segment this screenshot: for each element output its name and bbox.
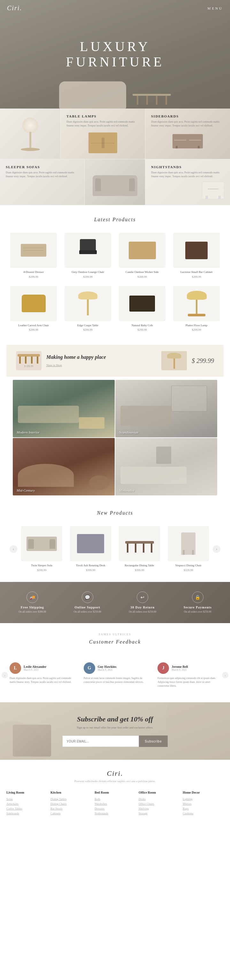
footer-col-bedroom: Bed Room Beds Wardrobes Dressers Nightst… (94, 791, 136, 816)
category-nightstands[interactable]: NIGHTSTANDS Diam dignissim diam quis arc… (145, 159, 230, 205)
footer-link[interactable]: Storage (139, 812, 179, 815)
footer-link[interactable]: Armchairs (6, 802, 47, 805)
footer-col-office: Office Room Desks Office Chairs Shelving… (139, 791, 179, 816)
product-name: Candie Outdoor Wicker Side (119, 270, 166, 274)
footer-link[interactable]: Cabinets (51, 812, 91, 815)
product-image (173, 286, 220, 321)
footer-link[interactable]: Dining Tables (51, 797, 91, 800)
subscribe-email-input[interactable] (62, 735, 139, 747)
testimonial-avatar: G (84, 662, 95, 674)
subscribe-button[interactable]: Subscribe (139, 735, 168, 747)
product-card[interactable]: Edge Coupe Table $299.99 (61, 282, 115, 336)
testimonial-avatar: J (158, 662, 169, 674)
footer-link[interactable]: Rugs (183, 807, 224, 810)
support-icon: 💬 (82, 592, 93, 603)
footer-link[interactable]: Lighting (183, 797, 224, 800)
feature-shipping-desc: On all orders over $300.00 (6, 610, 59, 614)
footer-link[interactable]: Wardrobes (94, 802, 136, 805)
navigation: Ciri. MENU (0, 0, 230, 16)
new-product-name: Tivoli Ash Rotating Desk (70, 564, 111, 568)
latest-products-grid: 4-Drawer Dresser $209.99 Grey Outdoor Lo… (0, 229, 230, 342)
footer-link[interactable]: Dressers (94, 807, 136, 810)
banner-lamp-image (161, 351, 187, 370)
footer-link[interactable]: Dining Chairs (51, 802, 91, 805)
testimonial-text: Diam dignissim diam quis arcu. Proin sag… (10, 676, 72, 684)
category-table-lamps[interactable]: TABLE LAMPS Diam dignissim diam quis arc… (61, 108, 145, 159)
category-sideboards-desc: Diam dignissim diam quis arcu. Proin sag… (151, 120, 224, 128)
product-image (173, 233, 220, 268)
banner-table-price: $ 199.99 (18, 365, 40, 368)
carousel-prev-button[interactable]: ‹ (10, 545, 17, 553)
style-minimalist[interactable]: Minimalist (115, 438, 217, 495)
footer-link[interactable]: Coffee Tables (6, 807, 47, 810)
footer-link[interactable]: Bar Stools (51, 807, 91, 810)
header: Ciri. MENU LUXURY FURNITURE (0, 0, 230, 108)
product-card[interactable]: Platter Floor Lamp $299.99 (169, 282, 224, 336)
product-card[interactable]: Grey Outdoor Lounge Chair $299.99 (61, 229, 115, 282)
category-sleeper-sofas[interactable]: SLEEPER SOFAS Diam dignissim diam quis a… (0, 159, 85, 205)
footer-link[interactable]: Nightstands (94, 812, 136, 815)
style-midcentury[interactable]: Mid-Century (13, 438, 115, 495)
new-product-card[interactable]: Twin Sleeper Sofa $299.99 (17, 522, 66, 576)
new-product-card[interactable]: Tivoli Ash Rotating Desk $399.99 (66, 522, 115, 576)
style-modern[interactable]: Modern Interior (13, 380, 115, 438)
footer-link[interactable]: Sideboards (6, 812, 47, 815)
product-card[interactable]: 4-Drawer Dresser $209.99 (6, 229, 61, 282)
categories-section: TABLE LAMPS Diam dignissim diam quis arc… (0, 108, 230, 205)
footer-link[interactable]: Office Chairs (139, 802, 179, 805)
footer-link[interactable]: Desks (139, 797, 179, 800)
product-price: $299.99 (119, 328, 166, 331)
product-card[interactable]: Candie Outdoor Wicker Side $209.99 (115, 229, 169, 282)
category-sofa-image (85, 159, 145, 205)
new-products-title: New Products (0, 499, 230, 522)
feature-shipping-title: Free Shipping (6, 606, 59, 609)
new-product-image (70, 526, 111, 561)
subscribe-title: Subscribe and get 10% off (6, 715, 224, 723)
footer-link[interactable]: Beds (94, 797, 136, 800)
testimonial-card: L Leslie Alexander March 8, 2021 Diam di… (6, 658, 76, 693)
banner-link[interactable]: Shop in Shop (46, 364, 62, 367)
new-product-card[interactable]: Rectangular Dining Table $399.99 (115, 522, 164, 576)
testimonial-card: J Jerome Bell March 8, 2021 Fermentum qu… (154, 658, 224, 693)
footer-link[interactable]: Sofas (6, 797, 47, 800)
new-products-carousel: ‹ Twin Sleeper Sofa $299.99 Tivoli Ash R… (0, 522, 230, 576)
footer-link[interactable]: Mirrors (183, 802, 224, 805)
product-price: $299.99 (64, 328, 111, 331)
product-card[interactable]: Natural Baby Crib $299.99 (115, 282, 169, 336)
feature-shipping: 🚚 Free Shipping On all orders over $300.… (6, 592, 59, 614)
testimonial-text: Pulvut ut enim lacus commodo fentus imag… (84, 676, 147, 684)
footer-tagline: Praesent sollicitudin dictum efficitur s… (6, 780, 224, 783)
category-nightstands-desc: Diam dignissim diam quis arcu. Proin sag… (151, 171, 224, 178)
product-card[interactable]: Lacrosse Small Bar Cabinet $209.99 (169, 229, 224, 282)
category-nightstands-title: NIGHTSTANDS (151, 165, 224, 169)
testimonial-meta: Jerome Bell March 8, 2021 (171, 665, 188, 671)
category-sleeper-desc: Diam dignissim diam quis arcu. Proin sag… (6, 171, 78, 178)
testimonial-text: Fermentum quis adipiscing commodo elit a… (158, 676, 220, 688)
banner-table-image: $ 199.99 (16, 351, 42, 370)
shipping-icon: 🚚 (27, 592, 38, 603)
features-bar: 🚚 Free Shipping On all orders over $300.… (0, 582, 230, 623)
new-product-card[interactable]: Vespucci Dining Chair $329.99 (164, 522, 213, 576)
product-name: Leather Carved Arm Chair (10, 324, 57, 328)
style-scandinavian[interactable]: Scandinavian (115, 380, 217, 438)
testimonials-prev-button[interactable]: ‹ (2, 672, 8, 678)
category-lamp-image (0, 108, 61, 159)
category-sideboards-title: SIDEBOARDS (151, 114, 224, 118)
hero-title-line2: FURNITURE (66, 54, 164, 70)
footer-link[interactable]: Cushions (183, 812, 224, 815)
footer-col-title: Bed Room (94, 791, 136, 794)
carousel-next-button[interactable]: › (213, 545, 220, 553)
testimonial-meta: Guy Hawkins March 8, 2021 (98, 665, 117, 671)
testimonial-header: L Leslie Alexander March 8, 2021 (10, 662, 72, 674)
menu-button[interactable]: MENU (208, 6, 223, 10)
testimonials-next-button[interactable]: › (222, 672, 228, 678)
footer-link[interactable]: Shelving (139, 807, 179, 810)
product-card[interactable]: Leather Carved Arm Chair $299.99 (6, 282, 61, 336)
footer-col-home-decor: Home Decor Lighting Mirrors Rugs Cushion… (183, 791, 224, 816)
category-sideboards[interactable]: SIDEBOARDS Diam dignissim diam quis arcu… (145, 108, 230, 159)
feature-returns-title: 30 Day Return (117, 606, 169, 609)
payments-icon: 🔒 (192, 592, 203, 603)
product-name: Grey Outdoor Lounge Chair (64, 270, 111, 274)
header-logo[interactable]: Ciri. (7, 5, 22, 12)
product-name: Natural Baby Crib (119, 324, 166, 328)
